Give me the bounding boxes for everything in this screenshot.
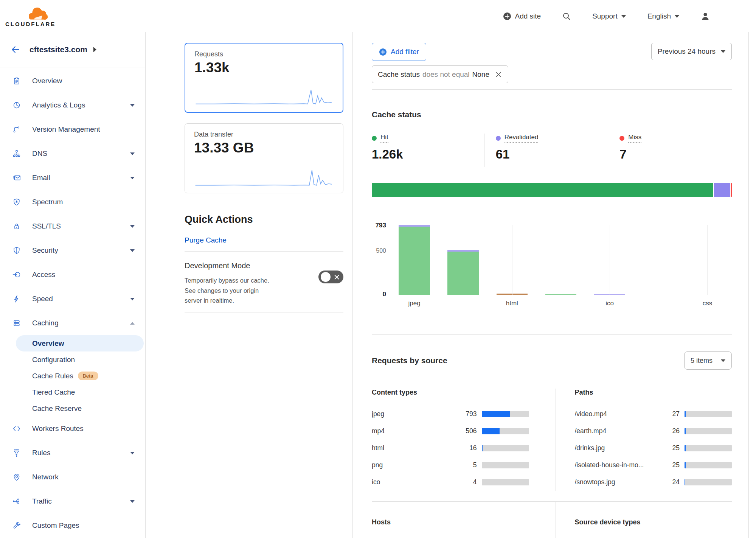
add-filter-button[interactable]: Add filter [372, 43, 426, 61]
table-row[interactable]: mp4 506 [372, 423, 529, 440]
sidebar-subitem-label: Cache Reserve [32, 404, 82, 413]
sidebar-item-email[interactable]: Email [0, 166, 145, 190]
requests-card[interactable]: Requests 1.33k [185, 43, 343, 113]
sidebar-item-speed[interactable]: Speed [0, 287, 145, 311]
sidebar-item-label: Caching [32, 319, 59, 327]
source-device-types-column: Source device types Desktop 1.33k [556, 502, 732, 538]
sidebar-item-label: Network [32, 473, 59, 481]
back-arrow-icon[interactable] [11, 45, 20, 54]
table-row[interactable]: ico 4 [372, 474, 529, 491]
sidebar-item-security[interactable]: Security [0, 238, 145, 263]
chevron-up-icon [130, 322, 135, 325]
y-axis-tick: 0 [383, 291, 386, 298]
top-header: CLOUDFLARE Add site Support English [0, 0, 756, 32]
value-bar [482, 428, 529, 434]
sidebar-item-custom-pages[interactable]: Custom Pages [0, 513, 145, 538]
support-menu[interactable]: Support [592, 12, 626, 20]
table-row[interactable]: Desktop 1.33k [575, 535, 732, 538]
lock-icon [12, 222, 21, 230]
table-row[interactable]: /snowtops.jpg 24 [575, 474, 732, 491]
content-types-heading: Content types [372, 389, 529, 397]
chevron-down-icon [130, 500, 135, 503]
wrench-icon [12, 521, 21, 530]
sidebar-item-label: Speed [32, 295, 53, 303]
sidebar-item-rules[interactable]: Rules [0, 441, 145, 465]
hit-label[interactable]: Hit [380, 134, 388, 143]
sidebar: cftestsite3.com Overview Analytics & Log… [0, 32, 146, 538]
login-arrow-icon [12, 271, 21, 279]
miss-label[interactable]: Miss [628, 134, 641, 143]
envelope-icon [12, 174, 21, 182]
sidebar-item-dns[interactable]: DNS [0, 141, 145, 166]
time-range-select[interactable]: Previous 24 hours [651, 43, 732, 60]
pie-chart-icon [12, 101, 21, 109]
table-row[interactable]: cftestsite3.com 1.33k [372, 535, 529, 538]
x-axis-label: css [683, 300, 732, 307]
sidebar-item-workers-routes[interactable]: Workers Routes [0, 417, 145, 441]
stat-revalidated: Revalidated 61 [484, 134, 608, 167]
chevron-down-icon [130, 152, 135, 155]
summary-panel: Requests 1.33k Data transfer 13.33 GB Qu… [146, 32, 353, 538]
x-axis-label: html [487, 300, 536, 307]
search-button[interactable] [562, 12, 571, 21]
funnel-icon [12, 449, 21, 457]
value-bar [685, 411, 732, 417]
sidebar-item-spectrum[interactable]: Spectrum [0, 190, 145, 214]
user-menu[interactable] [701, 12, 710, 21]
sidebar-subitem-caching-overview[interactable]: Overview [16, 335, 144, 351]
sidebar-subitem-cache-reserve[interactable]: Cache Reserve [0, 400, 145, 417]
sidebar-item-label: Security [32, 246, 58, 255]
sidebar-nav: Overview Analytics & Logs Version Manage… [0, 67, 145, 538]
location-pin-icon [12, 473, 21, 481]
purge-cache-link[interactable]: Purge Cache [185, 236, 227, 244]
add-site-label: Add site [515, 12, 541, 20]
table-row[interactable]: png 5 [372, 457, 529, 474]
filter-chip[interactable]: Cache status does not equal None [372, 65, 508, 83]
cloudflare-wordmark: CLOUDFLARE [5, 21, 56, 27]
sidebar-item-version-management[interactable]: Version Management [0, 117, 145, 141]
sidebar-item-analytics-logs[interactable]: Analytics & Logs [0, 93, 145, 117]
chevron-right-icon[interactable] [93, 47, 96, 52]
table-row[interactable]: html 16 [372, 440, 529, 457]
sidebar-subitem-cache-rules[interactable]: Cache Rules Beta [0, 368, 145, 384]
development-mode-toggle[interactable] [318, 271, 343, 283]
data-transfer-card[interactable]: Data transfer 13.33 GB [185, 123, 343, 193]
remove-filter-icon[interactable] [495, 71, 502, 78]
paths-column: Paths /video.mp4 27 /earth.mp4 26 /drink… [556, 389, 732, 491]
requests-value: 1.33k [194, 60, 334, 76]
table-row[interactable]: /earth.mp4 26 [575, 423, 732, 440]
lightning-bolt-icon [12, 295, 21, 303]
sidebar-item-label: Overview [32, 77, 62, 85]
sidebar-subitem-tiered-cache[interactable]: Tiered Cache [0, 384, 145, 400]
sidebar-item-ssl-tls[interactable]: SSL/TLS [0, 214, 145, 238]
site-header: cftestsite3.com [0, 32, 145, 67]
sidebar-item-label: Rules [32, 449, 51, 457]
filter-bar: Add filter Previous 24 hours [372, 43, 732, 61]
sidebar-item-caching[interactable]: Caching [0, 311, 145, 335]
items-count-select[interactable]: 5 items [684, 351, 732, 370]
gridline [707, 225, 708, 295]
table-row[interactable]: /isolated-house-in-mo... 25 [575, 457, 732, 474]
user-icon [701, 12, 710, 21]
cloudflare-cloud-icon [29, 5, 51, 20]
miss-value: 7 [619, 147, 732, 162]
revalidated-label[interactable]: Revalidated [505, 134, 539, 143]
sidebar-item-overview[interactable]: Overview [0, 69, 145, 93]
language-menu[interactable]: English [647, 12, 680, 20]
sidebar-item-access[interactable]: Access [0, 263, 145, 287]
data-transfer-sparkline [194, 167, 334, 188]
hosts-column: Hosts cftestsite3.com 1.33k [372, 502, 556, 538]
sidebar-item-network[interactable]: Network [0, 465, 145, 489]
table-row[interactable]: /video.mp4 27 [575, 406, 732, 423]
sidebar-item-traffic[interactable]: Traffic [0, 489, 145, 513]
revalidated-dot-icon [496, 136, 501, 141]
cache-status-title: Cache status [372, 110, 732, 119]
add-site-button[interactable]: Add site [503, 12, 541, 20]
git-branch-icon [12, 125, 21, 134]
stacked-segment-revalidated [713, 183, 730, 197]
table-row[interactable]: jpeg 793 [372, 406, 529, 423]
chevron-down-icon [130, 177, 135, 179]
paths-heading: Paths [575, 389, 732, 397]
sidebar-subitem-configuration[interactable]: Configuration [0, 351, 145, 368]
table-row[interactable]: /drinks.jpg 25 [575, 440, 732, 457]
